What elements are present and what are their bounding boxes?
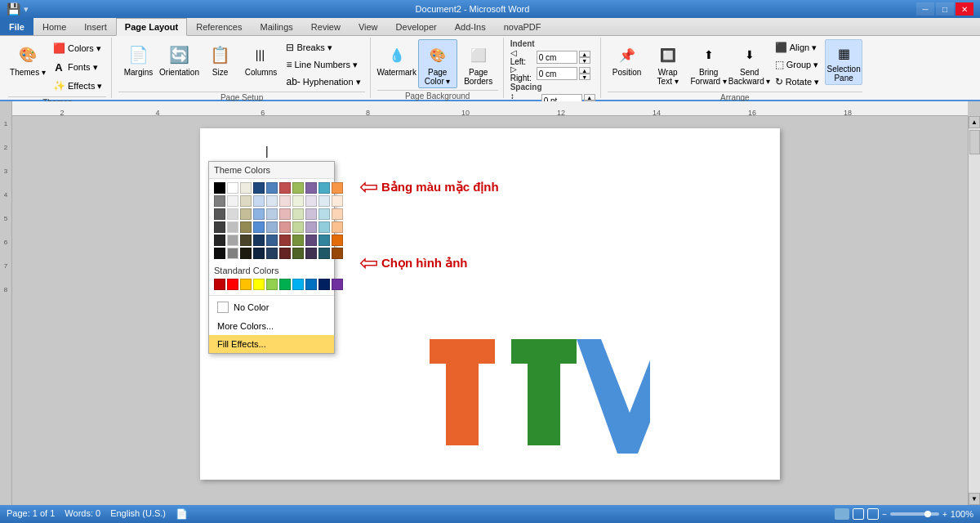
color-cell[interactable] [279,235,291,246]
orientation-button[interactable]: 🔄 Orientation [159,39,198,79]
color-cell[interactable] [305,221,317,233]
color-cell[interactable] [279,195,291,207]
columns-button[interactable]: ⫼ Columns [241,39,280,79]
page-borders-button[interactable]: ⬜ PageBorders [459,39,498,88]
scroll-up-button[interactable]: ▲ [969,116,980,128]
color-cell[interactable] [227,182,238,194]
color-cell[interactable] [227,208,238,220]
color-cell[interactable] [253,182,265,194]
color-cell[interactable] [214,221,225,233]
color-cell[interactable] [214,235,225,246]
selection-pane-button[interactable]: ▦ SelectionPane [825,39,862,85]
colors-button[interactable]: 🟥 Colors ▾ [48,39,106,57]
std-color-cell[interactable] [305,279,317,290]
document-page[interactable]: | Theme Colors [200,128,780,480]
color-cell[interactable] [332,235,343,246]
tab-home[interactable]: Home [33,18,75,35]
indent-right-spinner[interactable]: ▲▼ [579,67,590,80]
color-cell[interactable] [227,195,238,207]
color-cell[interactable] [279,182,291,194]
restore-button[interactable]: □ [936,2,954,16]
color-cell[interactable] [240,221,252,233]
color-cell[interactable] [240,235,252,246]
color-cell[interactable] [305,235,317,246]
color-cell[interactable] [292,248,304,259]
color-cell[interactable] [292,235,304,246]
color-cell[interactable] [266,221,278,233]
color-cell[interactable] [292,195,304,207]
zoom-plus[interactable]: + [942,510,947,519]
tab-references[interactable]: References [187,18,251,35]
color-cell[interactable] [266,182,278,194]
color-cell[interactable] [266,208,278,220]
color-cell[interactable] [227,248,238,259]
zoom-slider[interactable] [890,512,939,516]
tab-file[interactable]: File [0,18,33,35]
color-cell[interactable] [214,195,225,207]
indent-left-spinner[interactable]: ▲▼ [579,51,590,64]
tab-page-layout[interactable]: Page Layout [116,18,187,36]
color-cell[interactable] [253,248,265,259]
scrollbar-right[interactable]: ▲ ▼ [968,116,980,505]
std-color-cell[interactable] [253,279,265,290]
color-cell[interactable] [253,208,265,220]
color-cell[interactable] [332,182,343,194]
indent-left-input[interactable] [537,51,577,64]
color-cell[interactable] [266,235,278,246]
more-colors-option[interactable]: More Colors... [209,317,334,335]
color-cell[interactable] [332,248,343,259]
tab-add-ins[interactable]: Add-Ins [446,18,495,35]
color-cell[interactable] [279,208,291,220]
color-cell[interactable] [266,248,278,259]
color-cell[interactable] [266,195,278,207]
watermark-button[interactable]: 💧 Watermark [377,39,416,79]
color-cell[interactable] [240,248,252,259]
bring-forward-button[interactable]: ⬆ BringForward ▾ [689,39,728,88]
color-cell[interactable] [318,195,330,207]
std-color-cell[interactable] [318,279,330,290]
color-cell[interactable] [305,195,317,207]
color-cell[interactable] [279,221,291,233]
color-cell[interactable] [292,182,304,194]
tab-insert[interactable]: Insert [75,18,116,35]
color-cell[interactable] [240,195,252,207]
fonts-button[interactable]: A Fonts ▾ [48,58,106,76]
color-cell[interactable] [332,221,343,233]
color-cell[interactable] [318,208,330,220]
hyphenation-button[interactable]: ab- Hyphenation ▾ [282,74,364,90]
align-button[interactable]: ⬛ Align ▾ [771,39,823,56]
position-button[interactable]: 📌 Position [608,39,647,79]
color-cell[interactable] [214,248,225,259]
size-button[interactable]: 📋 Size [200,39,239,79]
std-color-cell[interactable] [266,279,278,290]
print-layout-view-button[interactable] [835,508,849,520]
color-cell[interactable] [253,235,265,246]
color-cell[interactable] [279,248,291,259]
color-cell[interactable] [227,221,238,233]
std-color-cell[interactable] [227,279,238,290]
color-cell[interactable] [318,182,330,194]
color-cell[interactable] [305,248,317,259]
page-color-button[interactable]: 🎨 PageColor ▾ [418,39,457,88]
wrap-text-button[interactable]: 🔲 WrapText ▾ [648,39,688,88]
scroll-down-button[interactable]: ▼ [969,493,980,505]
std-color-cell[interactable] [279,279,291,290]
fill-effects-option[interactable]: Fill Effects... [209,335,334,353]
scroll-thumb[interactable] [969,130,980,154]
send-backward-button[interactable]: ⬇ SendBackward ▾ [730,39,769,88]
full-reading-view-button[interactable] [853,508,864,520]
std-color-cell[interactable] [240,279,252,290]
color-cell[interactable] [318,221,330,233]
tab-view[interactable]: View [350,18,387,35]
color-cell[interactable] [318,248,330,259]
margins-button[interactable]: 📄 Margins [118,39,158,79]
color-cell[interactable] [292,221,304,233]
color-cell[interactable] [214,182,225,194]
zoom-minus[interactable]: − [882,510,887,519]
color-cell[interactable] [332,195,343,207]
breaks-button[interactable]: ⊟ Breaks ▾ [282,39,364,56]
rotate-button[interactable]: ↻ Rotate ▾ [771,74,823,90]
color-cell[interactable] [214,208,225,220]
minimize-button[interactable]: ─ [916,2,934,16]
close-button[interactable]: ✕ [956,2,973,16]
